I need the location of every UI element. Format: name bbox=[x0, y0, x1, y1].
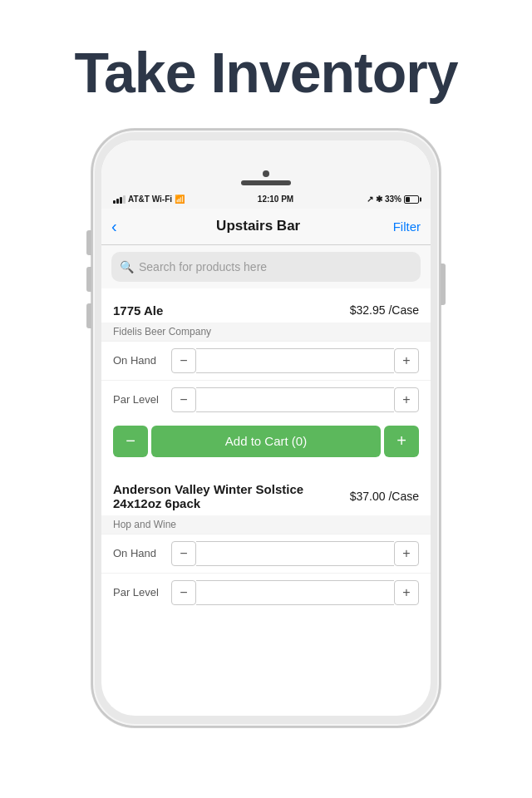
add-to-cart-button-1[interactable]: Add to Cart (0) bbox=[151, 426, 381, 457]
on-hand-input-2[interactable] bbox=[196, 541, 394, 566]
product-name-1: 1775 Ale bbox=[113, 303, 343, 318]
par-level-control-1: − + bbox=[171, 387, 419, 412]
par-level-label-1: Par Level bbox=[113, 393, 171, 406]
on-hand-control-1: − + bbox=[171, 348, 419, 373]
search-container: 🔍 Search for products here bbox=[101, 245, 431, 288]
signal-bar-2 bbox=[116, 199, 119, 204]
par-level-input-1[interactable] bbox=[196, 387, 394, 412]
camera-dot bbox=[263, 170, 269, 177]
on-hand-label-1: On Hand bbox=[113, 354, 171, 367]
wifi-icon: 📶 bbox=[175, 195, 185, 204]
on-hand-plus-2[interactable]: + bbox=[394, 541, 419, 566]
status-time: 12:10 PM bbox=[185, 195, 367, 204]
status-left: AT&T Wi-Fi 📶 bbox=[113, 195, 185, 204]
battery-fill bbox=[406, 197, 410, 202]
on-hand-row-1: On Hand − + bbox=[101, 341, 431, 380]
cart-minus-button-1[interactable]: − bbox=[113, 426, 148, 457]
battery-icon bbox=[404, 195, 419, 204]
product-price-2: $37.00 /Case bbox=[350, 490, 419, 503]
carrier-label: AT&T Wi-Fi bbox=[128, 195, 172, 204]
products-list: 1775 Ale $32.95 /Case Fidelis Beer Compa… bbox=[101, 288, 431, 716]
speaker-bar bbox=[241, 180, 291, 185]
location-icon: ↗ bbox=[367, 195, 373, 204]
par-level-plus-2[interactable]: + bbox=[394, 580, 419, 605]
product-header-1: 1775 Ale $32.95 /Case bbox=[101, 295, 431, 323]
product-card-2: Anderson Valley Winter Solstice 24x12oz … bbox=[101, 474, 431, 612]
par-level-minus-1[interactable]: − bbox=[171, 387, 196, 412]
nav-title: Upstairs Bar bbox=[124, 218, 393, 234]
status-bar: AT&T Wi-Fi 📶 12:10 PM ↗ ✱ 33% bbox=[101, 190, 431, 209]
search-icon: 🔍 bbox=[120, 260, 134, 273]
product-card-1: 1775 Ale $32.95 /Case Fidelis Beer Compa… bbox=[101, 295, 431, 467]
signal-bar-4 bbox=[123, 195, 126, 204]
cart-plus-button-1[interactable]: + bbox=[384, 426, 419, 457]
phone-screen: AT&T Wi-Fi 📶 12:10 PM ↗ ✱ 33% ‹ Upstairs… bbox=[101, 140, 431, 716]
nav-bar: ‹ Upstairs Bar Filter bbox=[101, 209, 431, 245]
filter-button[interactable]: Filter bbox=[393, 219, 421, 234]
signal-bar-1 bbox=[113, 200, 116, 204]
page-title: Take Inventory bbox=[75, 42, 458, 104]
on-hand-minus-1[interactable]: − bbox=[171, 348, 196, 373]
bluetooth-icon: ✱ bbox=[376, 195, 382, 204]
on-hand-minus-2[interactable]: − bbox=[171, 541, 196, 566]
phone-top-bar bbox=[101, 140, 431, 190]
par-level-control-2: − + bbox=[171, 580, 419, 605]
product-header-2: Anderson Valley Winter Solstice 24x12oz … bbox=[101, 474, 431, 515]
par-level-plus-1[interactable]: + bbox=[394, 387, 419, 412]
on-hand-plus-1[interactable]: + bbox=[394, 348, 419, 373]
product-vendor-2: Hop and Wine bbox=[101, 515, 431, 534]
signal-bar-3 bbox=[120, 197, 122, 204]
par-level-minus-2[interactable]: − bbox=[171, 580, 196, 605]
product-price-1: $32.95 /Case bbox=[350, 303, 419, 317]
on-hand-control-2: − + bbox=[171, 541, 419, 566]
battery-percent: 33% bbox=[385, 195, 401, 204]
on-hand-input-1[interactable] bbox=[196, 348, 394, 373]
back-button[interactable]: ‹ bbox=[111, 214, 124, 239]
add-to-cart-row-1: − Add to Cart (0) + bbox=[101, 419, 431, 467]
par-level-input-2[interactable] bbox=[196, 580, 394, 605]
par-level-row-1: Par Level − + bbox=[101, 380, 431, 419]
signal-bars bbox=[113, 195, 126, 204]
on-hand-label-2: On Hand bbox=[113, 547, 171, 559]
phone-shell: AT&T Wi-Fi 📶 12:10 PM ↗ ✱ 33% ‹ Upstairs… bbox=[91, 129, 441, 727]
par-level-row-2: Par Level − + bbox=[101, 573, 431, 612]
status-right: ↗ ✱ 33% bbox=[367, 195, 419, 204]
product-vendor-1: Fidelis Beer Company bbox=[101, 323, 431, 341]
search-placeholder: Search for products here bbox=[139, 260, 267, 273]
product-name-2: Anderson Valley Winter Solstice 24x12oz … bbox=[113, 482, 343, 510]
on-hand-row-2: On Hand − + bbox=[101, 534, 431, 573]
search-bar[interactable]: 🔍 Search for products here bbox=[111, 252, 421, 282]
par-level-label-2: Par Level bbox=[113, 586, 171, 598]
